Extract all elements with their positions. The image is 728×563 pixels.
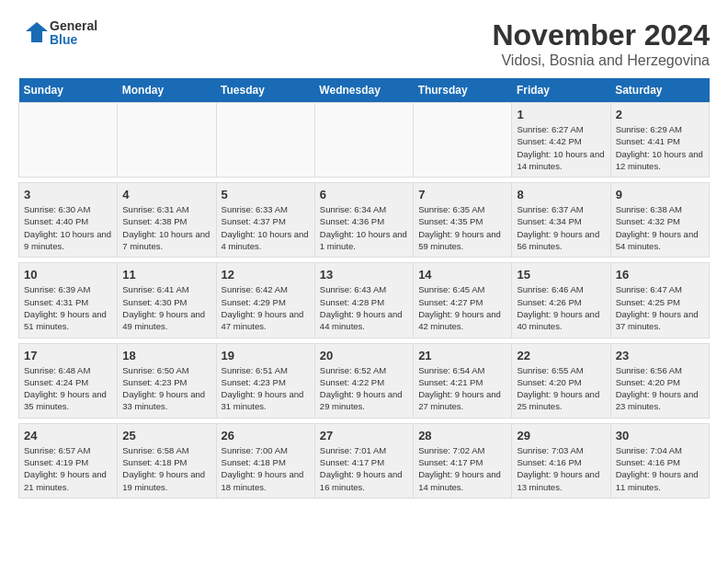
day-cell: 3Sunrise: 6:30 AM Sunset: 4:40 PM Daylig… [19,183,118,258]
day-cell: 10Sunrise: 6:39 AM Sunset: 4:31 PM Dayli… [19,263,118,338]
day-info: Sunrise: 7:01 AM Sunset: 4:17 PM Dayligh… [320,444,408,493]
column-header-sunday: Sunday [19,78,118,103]
day-info: Sunrise: 6:46 AM Sunset: 4:26 PM Dayligh… [517,283,605,332]
day-info: Sunrise: 6:31 AM Sunset: 4:38 PM Dayligh… [122,203,210,252]
day-cell: 30Sunrise: 7:04 AM Sunset: 4:16 PM Dayli… [610,423,709,498]
week-row-3: 10Sunrise: 6:39 AM Sunset: 4:31 PM Dayli… [19,263,710,338]
day-info: Sunrise: 7:03 AM Sunset: 4:16 PM Dayligh… [517,444,605,493]
day-number: 1 [517,108,605,121]
day-number: 25 [122,429,210,442]
day-number: 5 [222,188,310,201]
day-number: 2 [616,108,704,121]
location-title: Vidosi, Bosnia and Herzegovina [492,52,710,69]
column-header-friday: Friday [512,78,610,103]
title-area: November 2024 Vidosi, Bosnia and Herzego… [492,18,710,69]
logo-bird-icon [18,18,48,48]
week-row-5: 24Sunrise: 6:57 AM Sunset: 4:19 PM Dayli… [19,423,710,498]
day-info: Sunrise: 6:47 AM Sunset: 4:25 PM Dayligh… [616,283,704,332]
logo-container: General Blue [18,18,97,48]
day-number: 13 [320,268,408,282]
day-number: 22 [517,349,605,362]
day-cell [314,103,413,178]
logo: General Blue [18,18,97,48]
day-cell [118,103,216,178]
day-cell: 8Sunrise: 6:37 AM Sunset: 4:34 PM Daylig… [512,183,610,258]
day-number: 11 [122,268,210,282]
day-number: 16 [616,268,704,282]
day-cell: 4Sunrise: 6:31 AM Sunset: 4:38 PM Daylig… [118,183,216,258]
day-info: Sunrise: 6:56 AM Sunset: 4:20 PM Dayligh… [616,364,704,413]
day-number: 29 [517,429,605,442]
day-cell: 17Sunrise: 6:48 AM Sunset: 4:24 PM Dayli… [19,343,118,418]
day-info: Sunrise: 6:51 AM Sunset: 4:23 PM Dayligh… [222,364,310,413]
day-cell: 1Sunrise: 6:27 AM Sunset: 4:42 PM Daylig… [512,103,610,178]
day-info: Sunrise: 6:54 AM Sunset: 4:21 PM Dayligh… [418,364,506,413]
day-info: Sunrise: 6:55 AM Sunset: 4:20 PM Dayligh… [517,364,605,413]
day-number: 3 [24,188,112,201]
day-cell: 7Sunrise: 6:35 AM Sunset: 4:35 PM Daylig… [414,183,512,258]
column-header-saturday: Saturday [610,78,709,103]
week-row-1: 1Sunrise: 6:27 AM Sunset: 4:42 PM Daylig… [19,103,710,178]
day-info: Sunrise: 7:02 AM Sunset: 4:17 PM Dayligh… [418,444,506,493]
day-number: 10 [24,268,112,282]
day-cell [19,103,118,178]
day-cell: 18Sunrise: 6:50 AM Sunset: 4:23 PM Dayli… [118,343,216,418]
day-cell: 6Sunrise: 6:34 AM Sunset: 4:36 PM Daylig… [314,183,413,258]
day-cell: 25Sunrise: 6:58 AM Sunset: 4:18 PM Dayli… [118,423,216,498]
day-number: 15 [517,268,605,282]
column-header-tuesday: Tuesday [216,78,314,103]
day-cell: 16Sunrise: 6:47 AM Sunset: 4:25 PM Dayli… [610,263,709,338]
day-cell: 2Sunrise: 6:29 AM Sunset: 4:41 PM Daylig… [610,103,709,178]
day-number: 24 [24,429,112,442]
day-cell: 23Sunrise: 6:56 AM Sunset: 4:20 PM Dayli… [610,343,709,418]
calendar-table: SundayMondayTuesdayWednesdayThursdayFrid… [18,78,710,499]
day-cell: 20Sunrise: 6:52 AM Sunset: 4:22 PM Dayli… [314,343,413,418]
day-number: 14 [418,268,506,282]
day-info: Sunrise: 6:43 AM Sunset: 4:28 PM Dayligh… [320,283,408,332]
day-number: 21 [418,349,506,362]
day-cell: 27Sunrise: 7:01 AM Sunset: 4:17 PM Dayli… [314,423,413,498]
day-cell: 12Sunrise: 6:42 AM Sunset: 4:29 PM Dayli… [216,263,314,338]
day-cell [414,103,512,178]
day-info: Sunrise: 6:34 AM Sunset: 4:36 PM Dayligh… [320,203,408,252]
day-number: 20 [320,349,408,362]
day-info: Sunrise: 6:39 AM Sunset: 4:31 PM Dayligh… [24,283,112,332]
day-info: Sunrise: 6:50 AM Sunset: 4:23 PM Dayligh… [122,364,210,413]
header: General Blue November 2024 Vidosi, Bosni… [18,18,710,69]
day-cell: 24Sunrise: 6:57 AM Sunset: 4:19 PM Dayli… [19,423,118,498]
day-info: Sunrise: 6:52 AM Sunset: 4:22 PM Dayligh… [320,364,408,413]
day-cell: 14Sunrise: 6:45 AM Sunset: 4:27 PM Dayli… [414,263,512,338]
day-info: Sunrise: 6:27 AM Sunset: 4:42 PM Dayligh… [517,123,605,172]
column-header-wednesday: Wednesday [314,78,413,103]
day-info: Sunrise: 7:00 AM Sunset: 4:18 PM Dayligh… [222,444,310,493]
logo-general-text: General [50,19,97,33]
column-header-thursday: Thursday [414,78,512,103]
day-info: Sunrise: 6:48 AM Sunset: 4:24 PM Dayligh… [24,364,112,413]
day-number: 17 [24,349,112,362]
week-row-4: 17Sunrise: 6:48 AM Sunset: 4:24 PM Dayli… [19,343,710,418]
day-info: Sunrise: 6:42 AM Sunset: 4:29 PM Dayligh… [222,283,310,332]
day-info: Sunrise: 6:41 AM Sunset: 4:30 PM Dayligh… [122,283,210,332]
day-number: 8 [517,188,605,201]
day-info: Sunrise: 6:35 AM Sunset: 4:35 PM Dayligh… [418,203,506,252]
day-cell [216,103,314,178]
day-cell: 22Sunrise: 6:55 AM Sunset: 4:20 PM Dayli… [512,343,610,418]
day-number: 23 [616,349,704,362]
day-info: Sunrise: 6:38 AM Sunset: 4:32 PM Dayligh… [616,203,704,252]
day-info: Sunrise: 6:33 AM Sunset: 4:37 PM Dayligh… [222,203,310,252]
day-cell: 9Sunrise: 6:38 AM Sunset: 4:32 PM Daylig… [610,183,709,258]
logo-blue-text: Blue [50,33,97,47]
calendar-header-row: SundayMondayTuesdayWednesdayThursdayFrid… [19,78,710,103]
month-title: November 2024 [492,18,710,52]
day-info: Sunrise: 7:04 AM Sunset: 4:16 PM Dayligh… [616,444,704,493]
day-number: 28 [418,429,506,442]
day-number: 12 [222,268,310,282]
day-info: Sunrise: 6:45 AM Sunset: 4:27 PM Dayligh… [418,283,506,332]
day-cell: 26Sunrise: 7:00 AM Sunset: 4:18 PM Dayli… [216,423,314,498]
day-number: 7 [418,188,506,201]
day-number: 27 [320,429,408,442]
day-cell: 29Sunrise: 7:03 AM Sunset: 4:16 PM Dayli… [512,423,610,498]
day-cell: 15Sunrise: 6:46 AM Sunset: 4:26 PM Dayli… [512,263,610,338]
day-cell: 21Sunrise: 6:54 AM Sunset: 4:21 PM Dayli… [414,343,512,418]
day-info: Sunrise: 6:57 AM Sunset: 4:19 PM Dayligh… [24,444,112,493]
